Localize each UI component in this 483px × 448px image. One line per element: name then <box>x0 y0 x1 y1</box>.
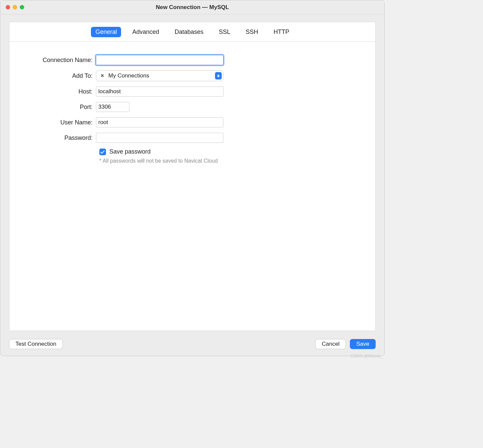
add-to-value: My Connections <box>108 72 215 79</box>
plug-icon <box>100 73 106 79</box>
port-input[interactable] <box>96 102 129 112</box>
label-add-to: Add To: <box>9 72 96 79</box>
close-icon[interactable] <box>6 5 10 9</box>
label-port: Port: <box>9 104 96 111</box>
row-host: Host: <box>9 87 375 97</box>
tab-ssh[interactable]: SSH <box>241 27 263 37</box>
label-connection-name: Connection Name: <box>9 57 96 64</box>
row-connection-name: Connection Name: <box>9 55 375 65</box>
titlebar: New Connection — MySQL <box>0 0 384 14</box>
label-host: Host: <box>9 88 96 95</box>
add-to-select[interactable]: My Connections <box>96 70 223 81</box>
save-password-hint: * All passwords will not be saved to Nav… <box>99 158 375 164</box>
check-icon <box>100 149 105 154</box>
tab-http[interactable]: HTTP <box>269 27 294 37</box>
label-password: Password: <box>9 134 96 142</box>
tabs: General Advanced Databases SSL SSH HTTP <box>9 22 375 42</box>
chevron-updown-icon <box>215 72 222 79</box>
host-input[interactable] <box>96 87 223 97</box>
cancel-button[interactable]: Cancel <box>315 339 346 349</box>
traffic-lights <box>6 5 24 9</box>
tab-general[interactable]: General <box>91 27 121 37</box>
label-user-name: User Name: <box>9 119 96 126</box>
row-add-to: Add To: My Connections <box>9 70 375 81</box>
button-bar: Test Connection Cancel Save <box>0 335 384 356</box>
save-password-checkbox[interactable] <box>99 149 106 155</box>
maximize-icon[interactable] <box>20 5 24 9</box>
minimize-icon[interactable] <box>13 5 17 9</box>
save-password-label: Save password <box>109 148 151 155</box>
row-password: Password: <box>9 133 375 143</box>
window-title: New Connection — MySQL <box>0 4 384 11</box>
save-button[interactable]: Save <box>350 339 376 349</box>
tab-databases[interactable]: Databases <box>170 27 208 37</box>
dialog-window: New Connection — MySQL General Advanced … <box>0 0 385 356</box>
user-name-input[interactable] <box>96 117 223 127</box>
row-port: Port: <box>9 102 375 112</box>
tab-advanced[interactable]: Advanced <box>128 27 163 37</box>
row-save-password: Save password <box>99 148 375 155</box>
password-input[interactable] <box>96 133 223 143</box>
watermark: CSDN @Morris_ <box>350 353 383 358</box>
connection-name-input[interactable] <box>96 55 223 65</box>
content-panel: General Advanced Databases SSL SSH HTTP … <box>9 22 376 331</box>
test-connection-button[interactable]: Test Connection <box>9 339 63 349</box>
row-user-name: User Name: <box>9 117 375 127</box>
tab-ssl[interactable]: SSL <box>215 27 235 37</box>
form-area: Connection Name: Add To: My Connections <box>9 42 375 164</box>
